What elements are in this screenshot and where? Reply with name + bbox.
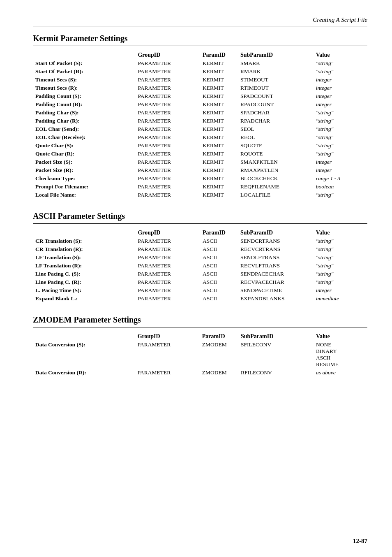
row-groupid: PARAMETER <box>135 84 200 92</box>
row-paramid: ASCII <box>200 286 238 295</box>
row-subparamid: RECVLFTRANS <box>238 262 314 270</box>
row-value: "string" <box>314 191 367 199</box>
row-subparamid: SPADCHAR <box>238 109 314 117</box>
row-subparamid: RECVPACECHAR <box>238 278 314 286</box>
kermit-col-group: GroupID <box>135 51 200 59</box>
row-subparamid: SENDPACETIME <box>238 286 314 295</box>
row-value: integer <box>314 76 367 84</box>
row-label: CR Translation (R): <box>33 245 135 253</box>
row-value: as above <box>314 369 367 377</box>
row-groupid: PARAMETER <box>135 125 200 133</box>
row-paramid: KERMIT <box>200 59 238 67</box>
table-row: Line Pacing C. (R):PARAMETERASCIIRECVPAC… <box>33 278 367 286</box>
row-groupid: PARAMETER <box>135 262 200 270</box>
row-subparamid: STIMEOUT <box>238 76 314 84</box>
row-paramid: KERMIT <box>200 67 238 76</box>
row-value: "string" <box>314 109 367 117</box>
table-row: L. Pacing Time (S):PARAMETERASCIISENDPAC… <box>33 286 367 295</box>
table-row: Prompt For Filename:PARAMETERKERMITREQFI… <box>33 183 367 191</box>
row-label: EOL Char (Send): <box>33 125 135 133</box>
zmodem-table: GroupID ParamID SubParamID Value Data Co… <box>33 332 367 377</box>
row-paramid: ASCII <box>200 245 238 253</box>
table-row: EOL Char (Receive):PARAMETERKERMITREOL"s… <box>33 133 367 142</box>
row-groupid: PARAMETER <box>135 59 200 67</box>
header-title: Creating A Script File <box>313 16 367 23</box>
table-row: LF Translation (R):PARAMETERASCIIRECVLFT… <box>33 262 367 270</box>
row-paramid: ASCII <box>200 295 238 303</box>
kermit-col-value: Value <box>314 51 367 59</box>
row-groupid: PARAMETER <box>135 100 200 109</box>
row-subparamid: SMAXPKTLEN <box>238 158 314 166</box>
row-subparamid: RQUOTE <box>238 150 314 158</box>
row-label: Packet Size (R): <box>33 166 135 174</box>
row-groupid: PARAMETER <box>135 369 200 377</box>
row-label: LF Translation (S): <box>33 253 135 262</box>
table-row: Timeout Secs (R):PARAMETERKERMITRTIMEOUT… <box>33 84 367 92</box>
row-subparamid: SMARK <box>238 59 314 67</box>
row-label: LF Translation (R): <box>33 262 135 270</box>
kermit-col-subparam: SubParamID <box>238 51 314 59</box>
table-row: Data Conversion (R):PARAMETERZMODEMRFILE… <box>33 369 367 377</box>
row-subparamid: RPADCHAR <box>238 117 314 125</box>
row-label: Data Conversion (S): <box>33 341 135 369</box>
row-groupid: PARAMETER <box>135 286 200 295</box>
row-label: CR Translation (S): <box>33 237 135 245</box>
zmodem-col-subparam: SubParamID <box>238 332 314 341</box>
row-value: integer <box>314 92 367 100</box>
row-paramid: KERMIT <box>200 150 238 158</box>
row-paramid: KERMIT <box>200 133 238 142</box>
table-row: Local File Name:PARAMETERKERMITLOCALFILE… <box>33 191 367 199</box>
zmodem-col-value: Value <box>314 332 367 341</box>
ascii-table: GroupID ParamID SubParamID Value CR Tran… <box>33 229 367 303</box>
row-subparamid: SEOL <box>238 125 314 133</box>
row-groupid: PARAMETER <box>135 158 200 166</box>
row-groupid: PARAMETER <box>135 245 200 253</box>
row-label: Timeout Secs (S): <box>33 76 135 84</box>
kermit-col-label <box>33 51 135 59</box>
row-value: "string" <box>314 150 367 158</box>
row-subparamid: SFILECONV <box>238 341 314 369</box>
page-footer: 12-87 <box>353 538 367 545</box>
row-paramid: KERMIT <box>200 183 238 191</box>
table-row: Padding Count (R):PARAMETERKERMITRPADCOU… <box>33 100 367 109</box>
row-subparamid: RFILECONV <box>238 369 314 377</box>
row-value: "string" <box>314 59 367 67</box>
row-value: range 1 - 3 <box>314 174 367 183</box>
page-header: Creating A Script File <box>33 16 367 26</box>
row-subparamid: SQUOTE <box>238 142 314 150</box>
row-value: integer <box>314 158 367 166</box>
table-row: EOL Char (Send):PARAMETERKERMITSEOL"stri… <box>33 125 367 133</box>
zmodem-section: ZMODEM Parameter Settings GroupID ParamI… <box>33 315 367 377</box>
row-label: Padding Count (R): <box>33 100 135 109</box>
row-label: Line Pacing C. (R): <box>33 278 135 286</box>
row-subparamid: REOL <box>238 133 314 142</box>
row-label: Checksum Type: <box>33 174 135 183</box>
row-label: Prompt For Filename: <box>33 183 135 191</box>
row-value: "string" <box>314 245 367 253</box>
ascii-divider <box>33 223 367 224</box>
row-label: Packet Size (S): <box>33 158 135 166</box>
row-subparamid: SPADCOUNT <box>238 92 314 100</box>
page-number: 12-87 <box>353 538 367 544</box>
row-groupid: PARAMETER <box>135 133 200 142</box>
kermit-table: GroupID ParamID SubParamID Value Start O… <box>33 51 367 199</box>
row-label: Data Conversion (R): <box>33 369 135 377</box>
table-row: Quote Char (S):PARAMETERKERMITSQUOTE"str… <box>33 142 367 150</box>
row-value: "string" <box>314 67 367 76</box>
table-row: Packet Size (R):PARAMETERKERMITRMAXPKTLE… <box>33 166 367 174</box>
row-groupid: PARAMETER <box>135 237 200 245</box>
row-paramid: KERMIT <box>200 125 238 133</box>
row-paramid: KERMIT <box>200 109 238 117</box>
row-groupid: PARAMETER <box>135 183 200 191</box>
row-subparamid: RMARK <box>238 67 314 76</box>
table-row: CR Translation (S):PARAMETERASCIISENDCRT… <box>33 237 367 245</box>
kermit-col-param: ParamID <box>200 51 238 59</box>
ascii-col-subparam: SubParamID <box>238 229 314 237</box>
row-subparamid: SENDLFTRANS <box>238 253 314 262</box>
table-row: Start Of Packet (S):PARAMETERKERMITSMARK… <box>33 59 367 67</box>
ascii-col-value: Value <box>314 229 367 237</box>
row-paramid: KERMIT <box>200 117 238 125</box>
row-paramid: ZMODEM <box>200 341 238 369</box>
table-row: Padding Char (R):PARAMETERKERMITRPADCHAR… <box>33 117 367 125</box>
table-row: Line Pacing C. (S):PARAMETERASCIISENDPAC… <box>33 270 367 278</box>
